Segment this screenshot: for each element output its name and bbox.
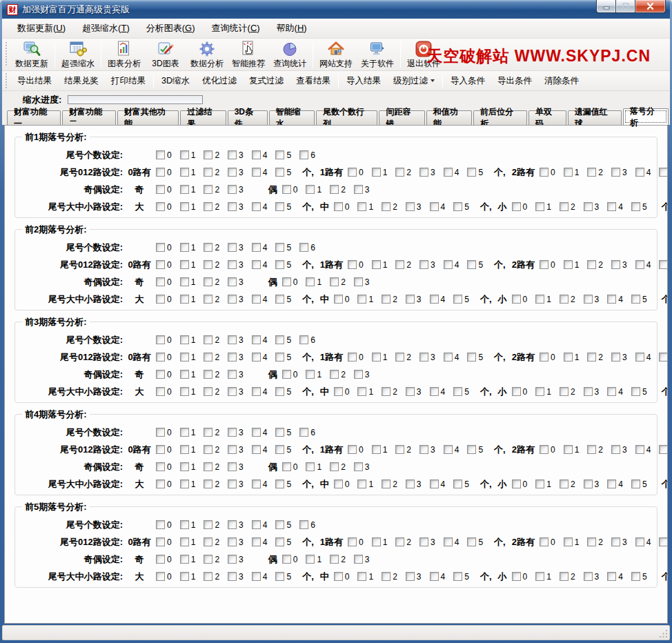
filter-checkbox-option[interactable]: 0 — [156, 520, 172, 530]
filter-checkbox-option[interactable]: 0 — [540, 537, 555, 547]
filter-checkbox-option[interactable]: 0 — [156, 445, 172, 455]
optimize-filter-button[interactable]: 优化过滤 — [196, 72, 243, 90]
filter-checkbox-option[interactable]: 1 — [180, 387, 196, 397]
filter-checkbox-option[interactable]: 0 — [282, 277, 298, 287]
filter-checkbox-option[interactable]: 5 — [275, 243, 291, 253]
filter-checkbox-option[interactable]: 3 — [354, 370, 370, 379]
filter-checkbox-option[interactable]: 1 — [180, 185, 196, 195]
tab-8[interactable]: 间距容错 — [379, 110, 424, 125]
filter-checkbox-option[interactable]: 5 — [275, 353, 291, 362]
filter-checkbox-option[interactable]: 5 — [275, 335, 291, 345]
filter-checkbox-option[interactable]: 3 — [228, 277, 244, 287]
filter-checkbox-option[interactable]: 4 — [430, 295, 446, 304]
filter-checkbox-option[interactable]: 6 — [299, 335, 315, 345]
filter-checkbox-option[interactable]: 0 — [512, 387, 528, 397]
clear-conditions-button[interactable]: 清除条件 — [538, 72, 585, 90]
filter-checkbox-option[interactable]: 0 — [156, 185, 172, 195]
filter-checkbox-option[interactable]: 3 — [354, 555, 370, 564]
filter-checkbox-option[interactable]: 5 — [631, 572, 647, 582]
filter-checkbox-option[interactable]: 5 — [467, 168, 483, 177]
tab-5[interactable]: 3D条件 — [228, 110, 268, 125]
filter-checkbox-option[interactable]: 2 — [204, 537, 219, 547]
filter-checkbox-option[interactable]: 1 — [357, 387, 373, 397]
tab-7[interactable]: 尾数个数行列 — [316, 110, 378, 125]
filter-checkbox-option[interactable]: 0 — [540, 353, 555, 362]
filter-checkbox-option[interactable]: 5 — [631, 387, 647, 397]
filter-checkbox-option[interactable]: 0 — [540, 445, 555, 455]
filter-checkbox-option[interactable]: 1 — [372, 537, 388, 547]
filter-checkbox-option[interactable]: 4 — [444, 260, 459, 270]
filter-checkbox-option[interactable]: 0 — [156, 479, 172, 489]
filter-checkbox-option[interactable]: 3 — [584, 387, 600, 397]
filter-checkbox-option[interactable]: 5 — [275, 537, 291, 547]
filter-checkbox-option[interactable]: 3 — [228, 335, 244, 345]
filter-checkbox-option[interactable]: 2 — [204, 168, 219, 177]
filter-checkbox-option[interactable]: 3 — [354, 462, 370, 472]
filter-checkbox-option[interactable]: 5 — [453, 295, 469, 304]
filter-checkbox-option[interactable]: 2 — [587, 260, 603, 270]
tab-4[interactable]: 过滤结果 — [180, 110, 226, 125]
filter-checkbox-option[interactable]: 4 — [444, 168, 459, 177]
filter-checkbox-option[interactable]: 3 — [419, 537, 435, 547]
filter-checkbox-option[interactable]: 0 — [156, 260, 172, 270]
tab-3[interactable]: 财富其他功能 — [117, 110, 179, 125]
filter-checkbox-option[interactable]: 2 — [395, 168, 411, 177]
filter-checkbox-option[interactable]: 0 — [512, 295, 528, 304]
filter-checkbox-option[interactable]: 4 — [252, 168, 268, 177]
filter-checkbox-option[interactable]: 2 — [204, 462, 219, 472]
filter-checkbox-option[interactable]: 4 — [252, 537, 268, 547]
filter-checkbox-option[interactable]: 2 — [395, 537, 411, 547]
filter-checkbox-option[interactable]: 1 — [357, 202, 373, 212]
website-support-button[interactable]: 网站支持 — [315, 39, 357, 70]
filter-checkbox-option[interactable]: 2 — [204, 555, 219, 564]
filter-checkbox-option[interactable]: 5 — [275, 520, 291, 530]
filter-checkbox-option[interactable]: 1 — [372, 260, 388, 270]
filter-checkbox-option[interactable]: 1 — [535, 295, 551, 304]
view-results-button[interactable]: 查看结果 — [290, 72, 337, 90]
filter-checkbox-option[interactable]: 1 — [357, 295, 373, 304]
tab-9[interactable]: 和值功能 — [426, 110, 472, 125]
filter-checkbox-option[interactable]: 1 — [306, 277, 322, 287]
filter-checkbox-option[interactable]: 1 — [535, 387, 551, 397]
filter-checkbox-option[interactable]: 3 — [354, 185, 370, 195]
filter-checkbox-option[interactable]: 2 — [204, 185, 219, 195]
filter-checkbox-option[interactable]: 3 — [419, 353, 435, 362]
filter-checkbox-option[interactable]: 5 — [275, 150, 291, 160]
filter-checkbox-option[interactable]: 1 — [357, 479, 373, 489]
filter-checkbox-option[interactable]: 0 — [540, 260, 555, 270]
filter-checkbox-option[interactable]: 0 — [282, 370, 298, 379]
filter-checkbox-option[interactable]: 2 — [330, 277, 346, 287]
duplex-filter-button[interactable]: 复式过滤 — [243, 72, 290, 90]
filter-checkbox-option[interactable]: 1 — [372, 445, 388, 455]
filter-checkbox-option[interactable]: 2 — [204, 370, 219, 379]
filter-checkbox-option[interactable]: 2 — [204, 202, 219, 212]
filter-checkbox-option[interactable]: 3 — [611, 353, 627, 362]
filter-checkbox-option[interactable]: 3 — [228, 387, 244, 397]
filter-checkbox-option[interactable]: 4 — [635, 260, 651, 270]
filter-checkbox-option[interactable]: 2 — [587, 168, 603, 177]
filter-checkbox-option[interactable]: 5 — [467, 537, 483, 547]
tab-10[interactable]: 前后位分析 — [473, 110, 527, 125]
filter-checkbox-option[interactable]: 2 — [560, 295, 575, 304]
filter-checkbox-option[interactable]: 0 — [156, 202, 172, 212]
print-results-button[interactable]: 打印结果 — [105, 72, 152, 90]
filter-checkbox-option[interactable]: 6 — [299, 520, 315, 530]
filter-checkbox-option[interactable]: 0 — [156, 243, 172, 253]
filter-checkbox-option[interactable]: 2 — [330, 185, 346, 195]
filter-checkbox-option[interactable]: 3 — [228, 520, 244, 530]
filter-checkbox-option[interactable]: 2 — [382, 387, 397, 397]
filter-checkbox-option[interactable]: 3 — [419, 168, 435, 177]
filter-checkbox-option[interactable]: 4 — [607, 295, 623, 304]
filter-checkbox-option[interactable]: 0 — [334, 202, 350, 212]
filter-checkbox-option[interactable]: 1 — [306, 462, 322, 472]
filter-checkbox-option[interactable]: 3 — [228, 555, 244, 564]
filter-checkbox-option[interactable]: 3 — [584, 572, 600, 582]
filter-checkbox-option[interactable]: 3 — [406, 202, 422, 212]
filter-checkbox-option[interactable]: 2 — [382, 295, 397, 304]
filter-checkbox-option[interactable]: 5 — [631, 295, 647, 304]
filter-checkbox-option[interactable]: 1 — [180, 537, 196, 547]
filter-checkbox-option[interactable]: 5 — [453, 479, 469, 489]
filter-checkbox-option[interactable]: 1 — [180, 462, 196, 472]
redeem-results-button[interactable]: 结果兑奖 — [58, 72, 105, 90]
tab-2[interactable]: 财富功能二 — [62, 110, 116, 125]
